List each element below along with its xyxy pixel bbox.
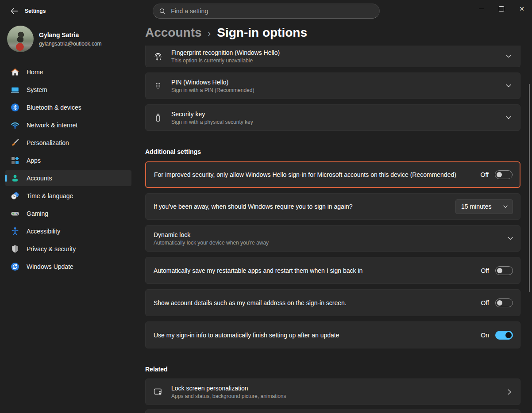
sidebar-item-windows-update[interactable]: Windows Update xyxy=(5,259,131,275)
dynamic-lock-expander[interactable]: Dynamic lock Automatically lock your dev… xyxy=(145,225,520,252)
row-subtitle: Apps and status, background picture, ani… xyxy=(171,393,286,399)
row-title: Dynamic lock xyxy=(154,231,269,238)
use-signin-info-toggle[interactable] xyxy=(495,331,513,340)
lock-screen-personalization-link[interactable]: Lock screen personalization Apps and sta… xyxy=(145,379,520,405)
sidebar-item-home[interactable]: Home xyxy=(5,64,131,80)
breadcrumb: Accounts › Sign-in options xyxy=(145,26,307,40)
row-subtitle: Sign in with a physical security key xyxy=(171,119,253,125)
sidebar-item-label: Home xyxy=(27,69,43,76)
sign-in-again-dropdown[interactable]: 15 minutes xyxy=(455,199,513,214)
fingerprint-icon xyxy=(153,51,163,61)
dropdown-value: 15 minutes xyxy=(461,203,491,210)
wifi-icon xyxy=(11,121,19,130)
sidebar-item-accessibility[interactable]: Accessibility xyxy=(5,223,131,239)
avatar xyxy=(7,26,34,52)
sidebar-item-label: Gaming xyxy=(27,210,48,217)
setting-label: Show account details such as my email ad… xyxy=(154,299,347,306)
fingerprint-expander[interactable]: Fingerprint recognition (Windows Hello) … xyxy=(145,46,520,67)
sidebar-item-label: Windows Update xyxy=(27,263,73,270)
setting-label: If you’ve been away, when should Windows… xyxy=(154,203,353,210)
back-button[interactable] xyxy=(6,4,22,19)
sidebar-nav: Home System Bluetooth & devices Network … xyxy=(5,64,131,276)
sidebar-item-personalization[interactable]: Personalization xyxy=(5,135,131,151)
breadcrumb-accounts[interactable]: Accounts xyxy=(145,26,202,40)
sidebar-item-apps[interactable]: Apps xyxy=(5,153,131,168)
setting-label: For improved security, only allow Window… xyxy=(154,171,456,178)
person-icon xyxy=(11,174,19,183)
row-subtitle: Sign in with a PIN (Recommended) xyxy=(171,87,254,93)
sidebar-item-label: Bluetooth & devices xyxy=(27,104,81,111)
chevron-down-icon xyxy=(503,205,508,208)
sidebar-item-label: Accessibility xyxy=(27,228,60,235)
row-title: Fingerprint recognition (Windows Hello) xyxy=(171,49,280,56)
chevron-right-icon xyxy=(508,389,511,395)
sidebar-item-label: System xyxy=(27,86,47,93)
search-box[interactable] xyxy=(153,4,380,19)
row-title: PIN (Windows Hello) xyxy=(171,79,254,86)
minimize-button[interactable] xyxy=(471,0,491,18)
maximize-button[interactable] xyxy=(491,0,512,18)
hello-only-toggle[interactable] xyxy=(495,170,513,179)
use-signin-info-setting-card: Use my sign-in info to automatically fin… xyxy=(145,321,520,348)
toggle-state-label: On xyxy=(481,332,489,339)
chevron-down-icon[interactable] xyxy=(506,84,511,88)
row-title: Lock screen personalization xyxy=(171,385,286,392)
restartable-apps-setting-card: Automatically save my restartable apps a… xyxy=(145,257,520,284)
bluetooth-icon xyxy=(11,103,19,112)
search-icon xyxy=(159,8,166,15)
profile-email: gylangsatria@outlook.com xyxy=(39,41,102,47)
row-subtitle: Automatically lock your device when you’… xyxy=(154,240,269,246)
minimize-icon xyxy=(479,9,484,9)
restartable-apps-toggle[interactable] xyxy=(495,266,513,275)
pin-keypad-icon xyxy=(153,81,163,91)
sidebar-item-accounts[interactable]: Accounts xyxy=(5,170,131,186)
toggle-state-label: Off xyxy=(481,171,489,178)
clock-globe-icon xyxy=(11,191,19,200)
row-subtitle: This option is currently unavailable xyxy=(171,57,280,64)
sidebar-item-system[interactable]: System xyxy=(5,82,131,98)
page-title: Sign-in options xyxy=(217,26,307,40)
section-heading-related: Related xyxy=(145,366,168,373)
sidebar-item-bluetooth-devices[interactable]: Bluetooth & devices xyxy=(5,99,131,115)
home-icon xyxy=(11,68,19,76)
search-input[interactable] xyxy=(170,7,373,15)
sidebar-item-gaming[interactable]: Gaming xyxy=(5,206,131,222)
accessibility-icon xyxy=(11,227,19,236)
sign-in-again-setting-card: If you’ve been away, when should Windows… xyxy=(145,193,520,220)
toggle-state-label: Off xyxy=(481,299,489,306)
sidebar-item-label: Accounts xyxy=(27,175,52,182)
security-key-icon xyxy=(153,113,163,122)
sidebar-item-label: Network & internet xyxy=(27,122,77,129)
close-icon: ✕ xyxy=(519,6,524,12)
sidebar-item-label: Apps xyxy=(27,157,41,164)
apps-icon xyxy=(11,156,19,165)
security-key-expander[interactable]: Security key Sign in with a physical sec… xyxy=(145,104,520,131)
chevron-down-icon[interactable] xyxy=(506,54,511,58)
setting-label: Automatically save my restartable apps a… xyxy=(154,267,362,274)
partial-card[interactable] xyxy=(145,409,520,413)
gamepad-icon xyxy=(11,209,19,218)
toggle-state-label: Off xyxy=(481,267,489,274)
sidebar-item-label: Privacy & security xyxy=(27,245,76,252)
scrollbar-thumb[interactable] xyxy=(529,84,530,292)
show-account-details-toggle[interactable] xyxy=(495,298,513,307)
row-title: Security key xyxy=(171,111,253,118)
setting-label: Use my sign-in info to automatically fin… xyxy=(154,332,339,339)
section-heading-additional: Additional settings xyxy=(145,148,201,155)
sidebar-item-label: Personalization xyxy=(27,139,69,146)
lock-screen-icon xyxy=(153,387,163,397)
chevron-down-icon[interactable] xyxy=(508,237,513,240)
sidebar-item-privacy-security[interactable]: Privacy & security xyxy=(5,241,131,257)
sidebar-item-time-language[interactable]: Time & language xyxy=(5,188,131,204)
hello-only-setting-card: For improved security, only allow Window… xyxy=(145,161,520,188)
brush-icon xyxy=(11,138,19,147)
sidebar-item-label: Time & language xyxy=(27,192,73,199)
chevron-down-icon[interactable] xyxy=(506,116,511,119)
breadcrumb-separator: › xyxy=(208,27,211,38)
show-account-details-setting-card: Show account details such as my email ad… xyxy=(145,289,520,316)
pin-expander[interactable]: PIN (Windows Hello) Sign in with a PIN (… xyxy=(145,73,520,99)
update-icon xyxy=(11,262,19,271)
sidebar-item-network-internet[interactable]: Network & internet xyxy=(5,117,131,133)
close-button[interactable]: ✕ xyxy=(512,0,532,18)
maximize-icon xyxy=(499,6,504,11)
